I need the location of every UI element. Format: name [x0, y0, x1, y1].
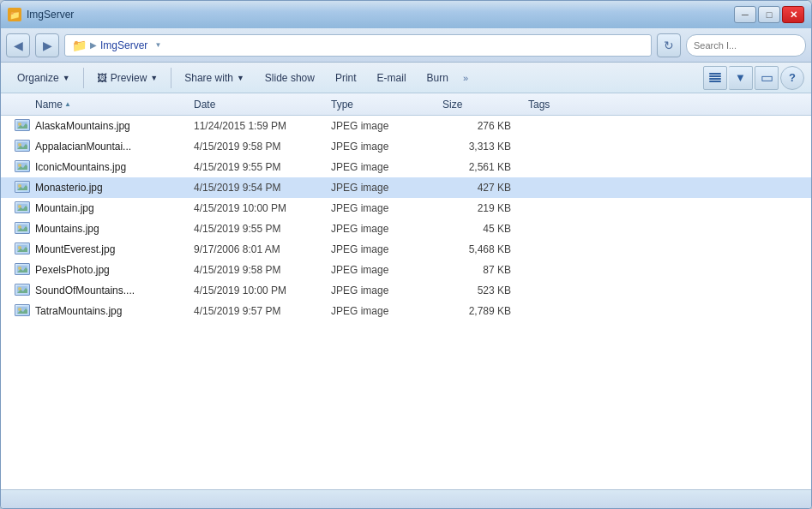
file-icon: [15, 119, 32, 133]
preview-button[interactable]: 🖼 Preview ▼: [87, 66, 168, 90]
file-icon: [15, 222, 32, 236]
col-header-name[interactable]: Name ▲: [32, 93, 190, 115]
folder-icon: 📁: [72, 39, 87, 52]
view-details-dropdown[interactable]: ▼: [729, 66, 753, 90]
file-size: 2,561 KB: [442, 161, 528, 173]
view-toggle-group: ▼ ▭ ?: [703, 66, 804, 90]
file-size: 5,468 KB: [442, 243, 528, 255]
forward-button[interactable]: ▶: [35, 33, 59, 57]
organize-dropdown-icon: ▼: [63, 74, 70, 82]
preview-icon: 🖼: [97, 72, 107, 84]
table-row[interactable]: MountEverest.jpg 9/17/2006 8:01 AM JPEG …: [1, 239, 811, 260]
breadcrumb-dropdown-button[interactable]: ▼: [151, 34, 165, 57]
file-type: JPEG image: [331, 264, 442, 276]
file-date: 4/15/2019 9:58 PM: [194, 141, 331, 153]
toolbar: Organize ▼ 🖼 Preview ▼ Share with ▼ Slid…: [1, 63, 811, 93]
breadcrumb[interactable]: 📁 ▶ ImgServer ▼: [64, 34, 652, 57]
organize-label: Organize: [17, 72, 59, 84]
table-row[interactable]: Monasterio.jpg 4/15/2019 9:54 PM JPEG im…: [1, 177, 811, 198]
close-button[interactable]: ✕: [782, 6, 804, 23]
window-title: ImgServer: [27, 9, 74, 21]
toolbar-separator-1: [83, 68, 84, 88]
file-name: MountEverest.jpg: [35, 243, 194, 255]
table-row[interactable]: PexelsPhoto.jpg 4/15/2019 9:58 PM JPEG i…: [1, 260, 811, 280]
file-date: 4/15/2019 10:00 PM: [194, 202, 331, 214]
file-thumbnail: [15, 263, 30, 275]
file-size: 3,313 KB: [442, 141, 528, 153]
preview-label: Preview: [111, 72, 147, 84]
file-type: JPEG image: [331, 305, 442, 317]
window-icon: 📁: [8, 8, 21, 21]
file-icon: [15, 160, 32, 174]
print-button[interactable]: Print: [326, 66, 366, 90]
table-row[interactable]: AppalacianMountai... 4/15/2019 9:58 PM J…: [1, 136, 811, 157]
file-type: JPEG image: [331, 120, 442, 132]
file-icon: [15, 304, 32, 318]
col-header-date[interactable]: Date: [190, 93, 328, 115]
file-thumbnail: [15, 181, 30, 193]
col-header-tags[interactable]: Tags: [525, 93, 611, 115]
file-name: TatraMountains.jpg: [35, 305, 194, 317]
help-button[interactable]: ?: [780, 66, 804, 90]
file-date: 4/15/2019 9:55 PM: [194, 223, 331, 235]
maximize-button[interactable]: □: [758, 6, 780, 23]
file-size: 427 KB: [442, 182, 528, 194]
file-type: JPEG image: [331, 202, 442, 214]
table-row[interactable]: AlaskaMountains.jpg 11/24/2015 1:59 PM J…: [1, 116, 811, 136]
file-date: 4/15/2019 9:57 PM: [194, 305, 331, 317]
file-date: 4/15/2019 10:00 PM: [194, 284, 331, 296]
window-controls: ─ □ ✕: [734, 6, 804, 23]
file-name: Monasterio.jpg: [35, 182, 194, 194]
table-row[interactable]: Mountain.jpg 4/15/2019 10:00 PM JPEG ima…: [1, 198, 811, 219]
preview-pane-button[interactable]: ▭: [755, 66, 779, 90]
table-row[interactable]: SoundOfMountains.... 4/15/2019 10:00 PM …: [1, 280, 811, 301]
breadcrumb-path: ImgServer: [100, 39, 147, 51]
file-thumbnail: [15, 160, 30, 172]
table-row[interactable]: Mountains.jpg 4/15/2019 9:55 PM JPEG ima…: [1, 219, 811, 239]
preview-dropdown-icon: ▼: [150, 74, 158, 82]
refresh-button[interactable]: ↻: [657, 33, 681, 57]
file-icon: [15, 243, 32, 256]
email-button[interactable]: E-mail: [368, 66, 416, 90]
table-row[interactable]: TatraMountains.jpg 4/15/2019 9:57 PM JPE…: [1, 301, 811, 321]
view-details-button[interactable]: [703, 66, 727, 90]
file-name: IconicMountains.jpg: [35, 161, 194, 173]
organize-button[interactable]: Organize ▼: [8, 66, 80, 90]
file-type: JPEG image: [331, 243, 442, 255]
burn-label: Burn: [427, 72, 448, 84]
file-icon: [15, 263, 32, 277]
file-name: SoundOfMountains....: [35, 284, 194, 296]
file-type: JPEG image: [331, 223, 442, 235]
file-name: PexelsPhoto.jpg: [35, 264, 194, 276]
more-button[interactable]: »: [460, 73, 472, 83]
file-thumbnail: [15, 243, 30, 254]
file-size: 2,789 KB: [442, 305, 528, 317]
file-date: 4/15/2019 9:58 PM: [194, 264, 331, 276]
status-bar: [1, 489, 811, 508]
file-name: AppalacianMountai...: [35, 141, 194, 153]
search-box[interactable]: 🔍: [686, 34, 806, 57]
back-button[interactable]: ◀: [6, 33, 30, 57]
file-icon: [15, 140, 32, 153]
file-type: JPEG image: [331, 141, 442, 153]
search-input[interactable]: [694, 40, 812, 51]
file-name: Mountain.jpg: [35, 202, 194, 214]
address-bar: ◀ ▶ 📁 ▶ ImgServer ▼ ↻ 🔍: [1, 28, 811, 63]
file-name: Mountains.jpg: [35, 223, 194, 235]
file-size: 219 KB: [442, 202, 528, 214]
minimize-button[interactable]: ─: [734, 6, 756, 23]
file-thumbnail: [15, 201, 30, 213]
slide-show-button[interactable]: Slide show: [256, 66, 324, 90]
file-thumbnail: [15, 284, 30, 296]
file-thumbnail: [15, 140, 30, 152]
burn-button[interactable]: Burn: [418, 66, 458, 90]
table-row[interactable]: IconicMountains.jpg 4/15/2019 9:55 PM JP…: [1, 157, 811, 177]
file-date: 9/17/2006 8:01 AM: [194, 243, 331, 255]
col-header-size[interactable]: Size: [439, 93, 525, 115]
file-type: JPEG image: [331, 161, 442, 173]
share-with-button[interactable]: Share with ▼: [175, 66, 254, 90]
file-size: 87 KB: [442, 264, 528, 276]
title-bar: 📁 ImgServer ─ □ ✕: [1, 1, 811, 28]
file-thumbnail: [15, 304, 30, 316]
col-header-type[interactable]: Type: [328, 93, 439, 115]
